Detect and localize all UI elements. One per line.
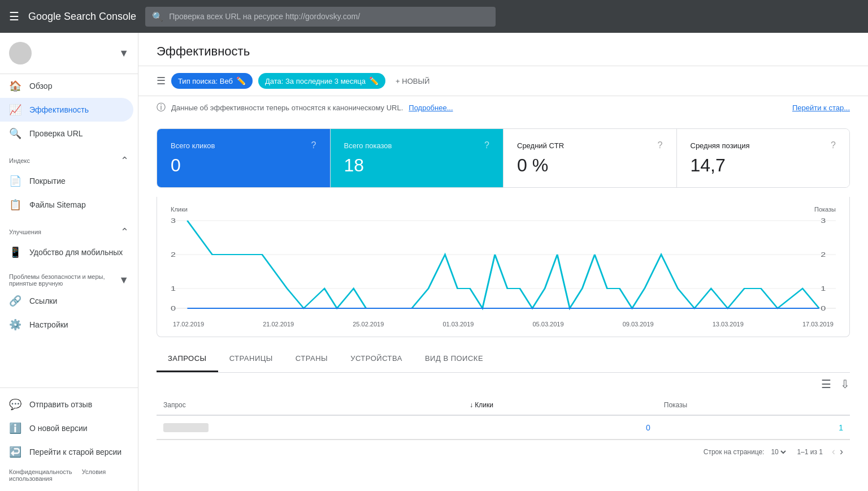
- sidebar-item-label: Эффективность: [29, 105, 89, 114]
- x-label: 17.02.2019: [173, 321, 204, 328]
- tab-search-appearance[interactable]: ВИД В ПОИСКЕ: [414, 346, 494, 372]
- chart-labels-top: Клики Показы: [171, 206, 836, 213]
- sidebar-item-label: Покрытие: [29, 176, 66, 186]
- queries-table: Запрос ↓ Клики Показы 0 1: [157, 395, 850, 440]
- hamburger-icon[interactable]: ☰: [9, 10, 19, 23]
- metric-impressions-title: Всего показов: [344, 141, 392, 150]
- next-page-button[interactable]: ›: [840, 446, 843, 458]
- metrics-section: Всего кликов ? 0 Всего показов ? 18 Сред…: [138, 119, 868, 197]
- metric-impressions-value: 18: [344, 155, 490, 176]
- home-icon: 🏠: [9, 80, 21, 92]
- sitemap-icon: 📋: [9, 199, 21, 211]
- sidebar-item-about[interactable]: ℹ️ О новой версии: [0, 416, 133, 440]
- sidebar-item-performance[interactable]: 📈 Эффективность: [0, 98, 133, 122]
- blurred-query: [163, 423, 209, 432]
- sidebar-item-settings[interactable]: ⚙️ Настройки: [0, 313, 133, 337]
- chart-y-max-right-label: Показы: [814, 206, 836, 213]
- svg-text:0: 0: [171, 305, 176, 312]
- help-icon[interactable]: ?: [658, 140, 663, 150]
- chevron-down-icon[interactable]: ▼: [119, 48, 129, 59]
- x-label: 09.03.2019: [623, 321, 654, 328]
- prev-page-button[interactable]: ‹: [832, 446, 835, 458]
- rows-per-page-select[interactable]: 10 25 50: [769, 447, 788, 456]
- sidebar-item-feedback[interactable]: 💬 Отправить отзыв: [0, 393, 133, 416]
- info-bar-left: ⓘ Данные об эффективности теперь относят…: [157, 102, 453, 114]
- links-icon: 🔗: [9, 295, 21, 307]
- old-version-link[interactable]: Перейти к стар...: [792, 104, 850, 112]
- col-header-clicks[interactable]: ↓ Клики: [463, 395, 657, 415]
- mobile-icon: 📱: [9, 246, 21, 259]
- sidebar-item-label: Ссылки: [29, 296, 57, 305]
- filter-table-icon[interactable]: ☰: [821, 377, 831, 391]
- x-label: 01.03.2019: [442, 321, 474, 328]
- search-type-filter-chip[interactable]: Тип поиска: Веб ✏️: [171, 73, 253, 89]
- metric-card-ctr[interactable]: Средний CTR ? 0 %: [504, 129, 677, 187]
- feedback-icon: 💬: [9, 398, 21, 411]
- edit-icon: ✏️: [369, 76, 379, 85]
- metric-ctr-value: 0 %: [517, 155, 663, 176]
- table-row: 0 1: [157, 415, 850, 440]
- edit-icon: ✏️: [236, 76, 246, 85]
- section-title-security: Проблемы безопасности и меры, принятые в…: [0, 264, 138, 289]
- sidebar-item-coverage[interactable]: 📄 Покрытие: [0, 169, 133, 193]
- tabs-bar: ЗАПРОСЫ СТРАНИЦЫ СТРАНЫ УСТРОЙСТВА ВИД В…: [157, 346, 850, 373]
- app-layout: ▼ 🏠 Обзор 📈 Эффективность 🔍 Проверка URL…: [0, 33, 868, 491]
- privacy-link[interactable]: Конфиденциальность: [9, 468, 72, 475]
- help-icon[interactable]: ?: [311, 140, 316, 150]
- filter-icon[interactable]: ☰: [157, 75, 166, 87]
- page-header: Эффективность: [138, 33, 868, 66]
- x-label: 21.02.2019: [263, 321, 294, 328]
- col-header-impressions: Показы: [657, 395, 850, 415]
- info-link[interactable]: Подробнее...: [409, 104, 453, 112]
- tab-pages[interactable]: СТРАНИЦЫ: [218, 346, 284, 372]
- sidebar-item-label: Файлы Sitemap: [29, 200, 86, 209]
- metric-position-title: Средняя позиция: [691, 141, 750, 150]
- svg-text:3: 3: [171, 217, 176, 225]
- tab-queries[interactable]: ЗАПРОСЫ: [157, 346, 218, 372]
- chart-x-labels: 17.02.2019 21.02.2019 25.02.2019 01.03.2…: [171, 321, 836, 328]
- svg-text:0: 0: [821, 305, 826, 312]
- x-label: 17.03.2019: [802, 321, 834, 328]
- add-filter-label: + НОВЫЙ: [396, 77, 429, 85]
- metric-card-impressions[interactable]: Всего показов ? 18: [331, 129, 504, 187]
- chevron-up-icon[interactable]: ⌃: [120, 226, 129, 238]
- filter-bar: ☰ Тип поиска: Веб ✏️ Дата: За последние …: [138, 66, 868, 96]
- sidebar-item-label: О новой версии: [29, 424, 88, 433]
- settings-icon: ⚙️: [9, 318, 21, 331]
- download-table-icon[interactable]: ⇩: [840, 377, 850, 391]
- sidebar-item-links[interactable]: 🔗 Ссылки: [0, 289, 133, 313]
- table-section: ☰ ⇩ Запрос ↓ Клики Показы: [138, 373, 868, 481]
- search-input[interactable]: [169, 12, 489, 21]
- search-icon: 🔍: [9, 127, 21, 140]
- help-icon[interactable]: ?: [831, 140, 836, 150]
- query-cell: [157, 415, 463, 440]
- help-icon[interactable]: ?: [484, 140, 489, 150]
- date-filter-chip[interactable]: Дата: За последние 3 месяца ✏️: [258, 73, 385, 89]
- metric-card-clicks[interactable]: Всего кликов ? 0: [157, 129, 331, 187]
- main-content: Эффективность ☰ Тип поиска: Веб ✏️ Дата:…: [138, 33, 868, 491]
- metric-clicks-value: 0: [171, 155, 316, 176]
- metric-card-position[interactable]: Средняя позиция ? 14,7: [677, 129, 850, 187]
- table-footer: Строк на странице: 10 25 50 1–1 из 1 ‹ ›: [157, 440, 850, 463]
- sidebar-item-old-version[interactable]: ↩️ Перейти к старой версии: [0, 440, 133, 464]
- x-label: 25.02.2019: [353, 321, 384, 328]
- coverage-icon: 📄: [9, 175, 21, 187]
- impressions-cell: 1: [657, 415, 850, 440]
- top-navigation: ☰ Google Search Console 🔍: [0, 0, 868, 33]
- sidebar-item-label: Удобство для мобильных: [29, 248, 123, 257]
- chevron-down-icon[interactable]: ▼: [119, 274, 129, 286]
- sidebar-item-label: Проверка URL: [29, 129, 83, 138]
- add-filter-button[interactable]: + НОВЫЙ: [391, 74, 434, 89]
- metric-ctr-title: Средний CTR: [517, 141, 564, 150]
- chevron-up-icon[interactable]: ⌃: [120, 154, 129, 167]
- sidebar-item-label: Обзор: [29, 81, 52, 91]
- info-circle-icon: ⓘ: [157, 102, 166, 114]
- sidebar-item-mobile[interactable]: 📱 Удобство для мобильных: [0, 240, 133, 264]
- tab-countries[interactable]: СТРАНЫ: [284, 346, 339, 372]
- line-chart: 3 2 1 0 3 2 1 0: [171, 215, 836, 317]
- sidebar-item-sitemap[interactable]: 📋 Файлы Sitemap: [0, 193, 133, 217]
- sidebar-item-overview[interactable]: 🏠 Обзор: [0, 74, 133, 98]
- sidebar-item-url-check[interactable]: 🔍 Проверка URL: [0, 122, 133, 145]
- account-section: ▼: [0, 33, 138, 74]
- tab-devices[interactable]: УСТРОЙСТВА: [339, 346, 414, 372]
